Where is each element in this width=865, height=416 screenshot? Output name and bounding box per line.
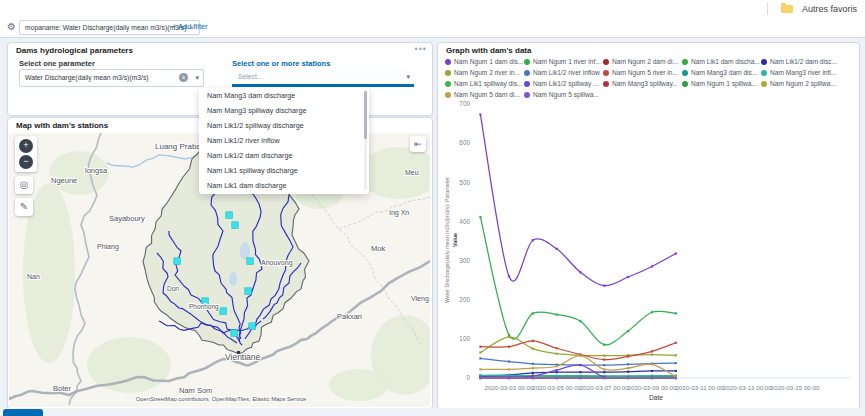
params-panel-title: Dams hydrological parameters	[16, 46, 133, 55]
chart-canvas[interactable]: 01002003004005006007002020-03-03 00:0020…	[440, 100, 857, 407]
station-marker[interactable]	[247, 258, 254, 265]
station-marker[interactable]	[174, 258, 181, 265]
chart-data-point	[532, 377, 534, 379]
legend-dot-icon	[524, 81, 530, 87]
chart-data-point	[627, 330, 629, 332]
legend-item[interactable]: Nam Mang3 dam dis...	[682, 67, 761, 78]
chart-data-point	[603, 364, 605, 366]
panel-menu-icon[interactable]: •••	[415, 44, 427, 54]
legend-label: Nam Mang3 dam dis...	[691, 69, 757, 76]
y-tick-label: 600	[459, 139, 470, 146]
station-marker[interactable]	[245, 288, 252, 295]
browser-bookmark-bar: Autres favoris	[0, 0, 865, 19]
legend-item[interactable]: Nam Ngum 2 spillwa...	[761, 78, 840, 89]
legend-dot-icon	[445, 81, 451, 87]
y-tick-label: 500	[459, 179, 470, 186]
chart-data-point	[675, 377, 677, 379]
chart-data-point	[627, 371, 629, 373]
station-option[interactable]: Nam Lik1/2 river inflow	[199, 133, 369, 148]
legend-item[interactable]: Nam Lik1/2 dam disc...	[761, 56, 840, 67]
legend-item[interactable]: Nam Lik1/2 spillway ...	[524, 78, 603, 89]
collapse-legend-button[interactable]: ⇤	[410, 136, 426, 152]
map-place-label: Nam Som	[179, 386, 212, 395]
legend-dot-icon	[682, 81, 688, 87]
chart-series-line	[480, 115, 675, 286]
legend-item[interactable]: Nam Mang3 river infl...	[761, 67, 840, 78]
legend-item[interactable]: Nam Ngum 2 dam di...	[603, 56, 682, 67]
filter-pill-label: mopaname: Water Discharge(daily mean m3/…	[25, 24, 186, 31]
legend-item[interactable]: Nam Ngum 5 dam di...	[445, 89, 524, 100]
station-option[interactable]: Nam Lik1/2 dam discharge	[199, 148, 369, 163]
chart-data-point	[675, 362, 677, 364]
y-axis-title-value: Value	[452, 233, 458, 247]
x-tick-label: 2020-03-13 00:00	[723, 384, 772, 391]
set-view-button[interactable]: ◎	[15, 176, 33, 194]
other-bookmarks-button[interactable]: Autres favoris	[802, 4, 857, 14]
chart-data-point	[603, 368, 605, 370]
clear-selection-icon[interactable]: ×	[179, 73, 188, 82]
station-marker[interactable]	[231, 330, 238, 337]
station-marker[interactable]	[226, 212, 233, 219]
chart-data-point	[508, 336, 510, 338]
stations-combobox[interactable]: Select... ▾	[232, 69, 414, 87]
y-tick-label: 700	[459, 100, 470, 107]
map-place-label: Ngeune	[51, 176, 77, 185]
chart-data-point	[579, 320, 581, 322]
y-tick-label: 0	[466, 374, 470, 381]
legend-label: Nam Ngum 1 dam dis...	[454, 58, 523, 65]
legend-item[interactable]: Nam Ngum 1 spillwa...	[682, 78, 761, 89]
chart-data-point	[675, 370, 677, 372]
chart-data-point	[479, 346, 481, 348]
graph-panel-title: Graph with dam's data	[446, 46, 531, 55]
station-option[interactable]: Nam Lik1/2 spillway discharge	[199, 118, 369, 133]
parameter-select-label: Select one parameter	[19, 59, 95, 68]
chevron-down-icon[interactable]: ▾	[406, 73, 410, 81]
legend-item[interactable]: Nam Ngum 1 river inf...	[524, 56, 603, 67]
map-place-label: Mok	[371, 244, 385, 253]
station-option[interactable]: Nam Lik1 dam discharge	[199, 178, 369, 193]
station-option[interactable]: Nam Lik1 spillway discharge	[199, 163, 369, 178]
chevron-down-icon[interactable]: ▾	[195, 74, 199, 82]
chart-data-point	[579, 271, 581, 273]
legend-item[interactable]: Nam Ngum 5 spillwa...	[524, 89, 603, 100]
x-axis-title: Date	[649, 394, 663, 401]
legend-item[interactable]: Nam Lik1/2 river inflow	[524, 67, 603, 78]
station-option[interactable]: Nam Mang3 spillway discharge	[199, 103, 369, 118]
chart-data-point	[532, 340, 534, 342]
parameter-combobox[interactable]: Water Discharge(daily mean m3/s)(m3/s) ×…	[19, 69, 204, 87]
add-filter-button[interactable]: + Add filter	[172, 22, 208, 31]
legend-item[interactable]: Nam Ngum 1 dam dis...	[445, 56, 524, 67]
map-place-label: Ing Xn	[389, 209, 409, 217]
station-marker[interactable]	[220, 308, 227, 315]
station-marker[interactable]	[232, 222, 239, 229]
dropdown-scrollbar-thumb[interactable]	[364, 91, 367, 139]
map-place-label: Phiang	[97, 243, 119, 251]
legend-item[interactable]: Nam Mang3 spillway...	[603, 78, 682, 89]
chart-data-point	[627, 367, 629, 369]
zoom-out-button[interactable]: −	[19, 155, 33, 169]
legend-dot-icon	[682, 70, 688, 76]
bottom-toast-button[interactable]	[3, 409, 43, 416]
zoom-in-button[interactable]: +	[19, 139, 33, 153]
legend-dot-icon	[603, 70, 609, 76]
station-option[interactable]: Nam Mang3 dam discharge	[199, 88, 369, 103]
station-marker[interactable]	[249, 323, 256, 330]
map-place-label: Boter	[53, 384, 71, 393]
chart-data-point	[508, 275, 510, 277]
chart-data-point	[603, 371, 605, 373]
chart-data-point	[579, 364, 581, 366]
legend-item[interactable]: Nam Ngum 2 river in...	[445, 67, 524, 78]
legend-item[interactable]: Nam Ngum 5 river in...	[603, 67, 682, 78]
chart-data-point	[532, 239, 534, 241]
map-attribution: OpenStreetMap contributors, OpenMapTiles…	[136, 396, 307, 402]
legend-item[interactable]: Nam Lik1 spillway dis...	[445, 78, 524, 89]
y-tick-label: 100	[459, 335, 470, 342]
legend-item[interactable]: Nam Lik1 dam discha...	[682, 56, 761, 67]
gear-icon[interactable]: ⚙	[7, 21, 16, 33]
parameter-combobox-value: Water Discharge(daily mean m3/s)(m3/s)	[25, 74, 149, 81]
chart-data-point	[532, 372, 534, 374]
draw-tools-button[interactable]: ✎	[15, 198, 33, 216]
chart-data-point	[556, 371, 558, 373]
legend-label: Nam Ngum 1 spillwa...	[691, 80, 757, 87]
map-place-label: longsa	[85, 166, 108, 175]
